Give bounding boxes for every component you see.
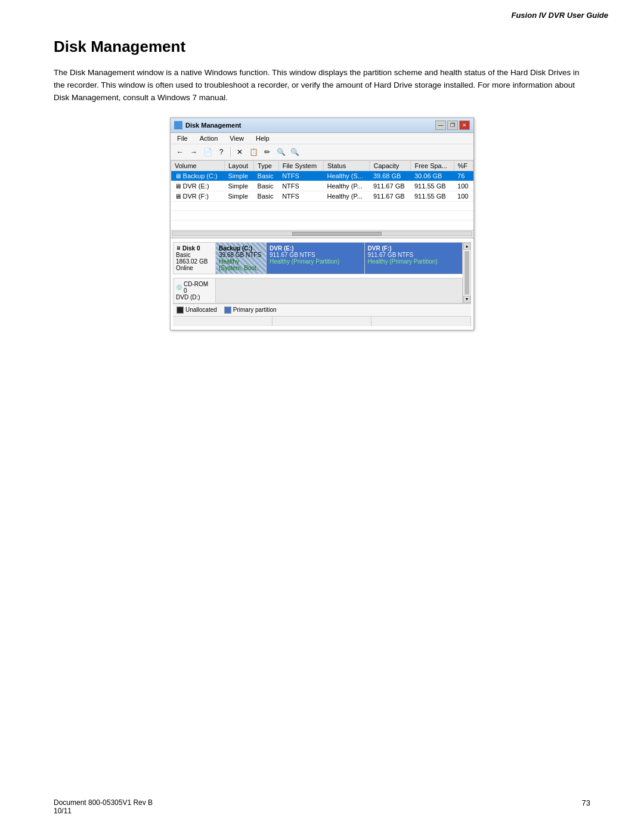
dvrf-status: Healthy (Primary Partition) — [368, 258, 460, 265]
cdrom0-partition — [216, 278, 463, 304]
section-title: Disk Management — [54, 38, 590, 56]
col-type: Type — [254, 160, 279, 171]
back-button[interactable]: ← — [174, 146, 186, 158]
cell-volume: 🖥 Backup (C:) — [171, 171, 225, 181]
cell-type: Basic — [254, 181, 279, 191]
zoom-button[interactable]: 🔍 — [289, 146, 301, 158]
cell-fs: NTFS — [278, 181, 323, 191]
table-row[interactable]: 🖥 Backup (C:) Simple Basic NTFS Healthy … — [171, 171, 473, 181]
help-button[interactable]: ? — [215, 146, 227, 158]
partition-dvre: DVR (E:) 911.67 GB NTFS Healthy (Primary… — [267, 243, 365, 274]
cell-capacity: 911.67 GB — [370, 191, 411, 201]
disk-table-area: Volume Layout Type File System Status Ca… — [171, 160, 473, 238]
cell-status: Healthy (S... — [323, 171, 370, 181]
page-footer: Document 800-05305V1 Rev B 10/11 73 — [54, 798, 590, 815]
forward-button[interactable]: → — [188, 146, 200, 158]
table-header-row: Volume Layout Type File System Status Ca… — [171, 160, 473, 171]
disk-table: Volume Layout Type File System Status Ca… — [171, 160, 473, 230]
up-button[interactable]: 📄 — [202, 146, 213, 158]
restore-button[interactable]: ❐ — [447, 120, 458, 130]
status-bar — [173, 316, 471, 326]
cdrom0-label: CD-ROM 0 — [184, 281, 213, 294]
copy-button[interactable]: 📋 — [247, 146, 259, 158]
dvre-status: Healthy (Primary Partition) — [270, 258, 361, 265]
table-row[interactable]: 🖥 DVR (F:) Simple Basic NTFS Healthy (P.… — [171, 191, 473, 201]
cdrom0-row: 💿 CD-ROM 0 DVD (D:) — [173, 278, 463, 304]
menu-file[interactable]: File — [175, 134, 190, 143]
scroll-up-arrow[interactable]: ▲ — [463, 243, 470, 250]
window-title-text: Disk Management — [185, 122, 242, 129]
disk0-size: 1863.02 GB — [176, 258, 213, 265]
table-row-empty — [171, 210, 473, 220]
cell-fs: NTFS — [278, 191, 323, 201]
cell-pct: 100 — [454, 181, 473, 191]
menu-action[interactable]: Action — [198, 134, 220, 143]
delete-button[interactable]: ✕ — [234, 146, 246, 158]
cell-capacity: 39.68 GB — [370, 171, 411, 181]
cell-capacity: 911.67 GB — [370, 181, 411, 191]
cell-type: Basic — [254, 191, 279, 201]
status-seg-3 — [371, 317, 471, 326]
window-titlebar: Disk Management — ❐ ✕ — [171, 118, 473, 133]
search-button[interactable]: 🔍 — [275, 146, 287, 158]
table-row[interactable]: 🖥 DVR (E:) Simple Basic NTFS Healthy (P.… — [171, 181, 473, 191]
cell-type: Basic — [254, 171, 279, 181]
cell-free: 911.55 GB — [411, 181, 454, 191]
col-filesystem: File System — [278, 160, 323, 171]
legend-unallocated-box — [177, 306, 184, 314]
scroll-thumb — [465, 251, 469, 295]
col-freespace: Free Spa... — [411, 160, 454, 171]
menu-view[interactable]: View — [228, 134, 246, 143]
minimize-button[interactable]: — — [435, 120, 446, 130]
status-seg-1 — [173, 317, 273, 326]
cell-volume: 🖥 DVR (F:) — [171, 191, 225, 201]
legend-primary-box — [224, 306, 231, 314]
cell-layout: Simple — [224, 191, 253, 201]
cell-status: Healthy (P... — [323, 181, 370, 191]
disk0-status: Online — [176, 265, 213, 271]
disk0-label: Disk 0 — [182, 245, 200, 252]
window-controls: — ❐ ✕ — [435, 120, 470, 130]
cell-layout: Simple — [224, 171, 253, 181]
col-capacity: Capacity — [370, 160, 411, 171]
legend: Unallocated Primary partition — [173, 304, 471, 316]
footer-page-number: 73 — [582, 798, 590, 815]
footer-doc-ref: Document 800-05305V1 Rev B — [54, 798, 153, 807]
window-app-icon — [174, 121, 182, 129]
cdrom0-info: 💿 CD-ROM 0 DVD (D:) — [173, 278, 216, 304]
cell-free: 911.55 GB — [411, 191, 454, 201]
col-volume: Volume — [171, 160, 225, 171]
edit-button[interactable]: ✏ — [261, 146, 273, 158]
disk0-info: 🖥 Disk 0 Basic 1863.02 GB Online — [173, 242, 216, 274]
toolbar-separator-1 — [230, 147, 231, 157]
cdrom0-type: DVD (D:) — [176, 294, 213, 301]
vertical-scrollbar[interactable]: ▲ ▼ — [463, 242, 471, 304]
menu-help[interactable]: Help — [254, 134, 271, 143]
toolbar: ← → 📄 ? ✕ 📋 ✏ 🔍 🔍 — [171, 144, 473, 160]
disk0-partitions: Backup (C:) 39.68 GB NTFS Healthy (Syste… — [216, 242, 463, 274]
disk0-row: 🖥 Disk 0 Basic 1863.02 GB Online Backup … — [173, 242, 463, 274]
table-row-empty — [171, 201, 473, 210]
backup-label: Backup (C:) — [219, 245, 263, 252]
cell-pct: 76 — [454, 171, 473, 181]
main-content: Disk Management The Disk Management wind… — [0, 20, 644, 330]
scrollbar-thumb — [292, 232, 382, 236]
cell-pct: 100 — [454, 191, 473, 201]
partition-dvrf: DVR (F:) 911.67 GB NTFS Healthy (Primary… — [365, 243, 463, 274]
cell-status: Healthy (P... — [323, 191, 370, 201]
backup-size: 39.68 GB NTFS — [219, 252, 263, 258]
table-row-empty — [171, 220, 473, 230]
menu-bar: File Action View Help — [171, 133, 473, 144]
header-title: Fusion IV DVR User Guide — [511, 11, 608, 20]
close-button[interactable]: ✕ — [459, 120, 470, 130]
footer-date: 10/11 — [54, 807, 153, 815]
cell-free: 30.06 GB — [411, 171, 454, 181]
horizontal-scrollbar[interactable] — [171, 230, 473, 237]
disk-management-window: Disk Management — ❐ ✕ File Action View H… — [170, 117, 474, 330]
dvre-label: DVR (E:) — [270, 245, 361, 252]
col-status: Status — [323, 160, 370, 171]
scroll-down-arrow[interactable]: ▼ — [463, 296, 470, 303]
dvrf-label: DVR (F:) — [368, 245, 460, 252]
dvre-size: 911.67 GB NTFS — [270, 252, 361, 258]
status-seg-2 — [273, 317, 372, 326]
